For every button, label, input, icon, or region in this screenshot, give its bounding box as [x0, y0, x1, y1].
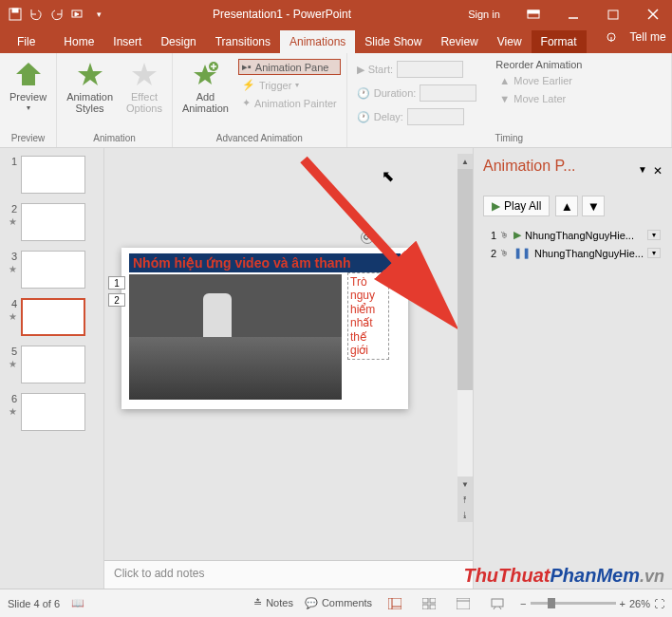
- slide-thumbnail[interactable]: 5★: [4, 346, 100, 383]
- item-dropdown-icon[interactable]: ▾: [647, 248, 661, 258]
- next-slide-icon[interactable]: ⭳: [457, 507, 473, 522]
- duration-field: 🕐Duration:: [353, 83, 481, 103]
- slide-thumbnail[interactable]: 4★: [4, 298, 100, 336]
- ribbon-display-icon[interactable]: [514, 1, 552, 28]
- slide-thumbnails[interactable]: 12★3★4★5★6★: [0, 148, 104, 589]
- clock-icon: 🕐: [357, 87, 370, 100]
- play-all-button[interactable]: ▶Play All: [483, 196, 550, 216]
- current-slide[interactable]: 1 2 Nhóm hiệu ứng video và âm thanh ⟳ Tr…: [121, 248, 408, 409]
- vertical-scrollbar[interactable]: ▲ ▼ ⭱ ⭳: [457, 154, 473, 522]
- zoom-in-icon[interactable]: +: [620, 598, 625, 609]
- group-preview: Preview: [6, 131, 50, 145]
- slide-thumbnail[interactable]: 6★: [4, 393, 100, 431]
- titlebar: ▾ Presentation1 - PowerPoint Sign in: [0, 0, 672, 28]
- move-down-button[interactable]: ▼: [582, 196, 605, 216]
- normal-view-icon[interactable]: [383, 595, 406, 612]
- play-icon: ▶: [492, 199, 500, 213]
- sequence-tag[interactable]: 2: [108, 293, 125, 307]
- animation-styles-button[interactable]: Animation Styles: [63, 59, 117, 114]
- start-field: ▶Start:: [353, 59, 481, 80]
- minimize-icon[interactable]: [554, 1, 592, 28]
- sorter-view-icon[interactable]: [418, 595, 440, 612]
- tab-slideshow[interactable]: Slide Show: [355, 30, 431, 53]
- add-animation-button[interactable]: Add Animation: [178, 59, 233, 114]
- svg-rect-30: [492, 599, 503, 607]
- video-placeholder[interactable]: [129, 274, 342, 400]
- delay-icon: 🕐: [357, 111, 370, 123]
- start-from-beginning-icon[interactable]: [68, 5, 87, 24]
- tab-home[interactable]: Home: [54, 30, 103, 53]
- animation-item[interactable]: 2 🖰 ❚❚ NhungThangNguyHie... ▾: [483, 244, 663, 262]
- move-earlier-button: ▲Move Earlier: [495, 73, 582, 88]
- slide-editor: 1 2 Nhóm hiệu ứng video và âm thanh ⟳ Tr…: [104, 148, 473, 589]
- prev-slide-icon[interactable]: ⭱: [457, 492, 473, 507]
- undo-icon[interactable]: [27, 5, 46, 24]
- animation-pane-button[interactable]: ▸▪Animation Pane: [238, 59, 341, 75]
- spellcheck-icon[interactable]: 📖: [71, 597, 84, 609]
- slideshow-view-icon[interactable]: [486, 595, 509, 612]
- item-dropdown-icon[interactable]: ▾: [647, 230, 661, 240]
- lightning-icon: ⚡: [242, 79, 255, 91]
- svg-rect-4: [528, 10, 539, 13]
- tell-me[interactable]: Tell me: [596, 21, 672, 53]
- scroll-up-icon[interactable]: ▲: [457, 154, 473, 169]
- fit-window-icon[interactable]: ⛶: [654, 598, 664, 609]
- pause-icon: ❚❚: [513, 247, 531, 259]
- comments-toggle[interactable]: 💬 Comments: [305, 597, 372, 609]
- svg-rect-27: [430, 605, 436, 609]
- slide-thumbnail[interactable]: 2★: [4, 203, 100, 241]
- redo-icon[interactable]: [47, 5, 66, 24]
- zoom-slider[interactable]: − + 26% ⛶: [520, 598, 664, 609]
- slide-title[interactable]: Nhóm hiệu ứng video và âm thanh: [129, 253, 401, 272]
- tab-animations[interactable]: Animations: [280, 30, 355, 53]
- rotation-handle[interactable]: ⟳: [361, 231, 374, 244]
- svg-marker-12: [16, 63, 41, 85]
- preview-icon: [13, 59, 44, 89]
- delay-field: 🕐Delay:: [353, 106, 481, 127]
- tab-review[interactable]: Review: [431, 30, 487, 53]
- tab-design[interactable]: Design: [151, 30, 205, 53]
- tab-file[interactable]: File: [8, 30, 45, 53]
- zoom-level[interactable]: 26%: [629, 598, 650, 609]
- move-later-button: ▼Move Later: [495, 91, 582, 106]
- svg-marker-13: [78, 63, 103, 85]
- scroll-down-icon[interactable]: ▼: [457, 477, 473, 492]
- group-animation: Animation: [63, 131, 166, 145]
- tab-transitions[interactable]: Transitions: [206, 30, 280, 53]
- watermark: ThuThuatPhanMem.vn: [463, 565, 664, 587]
- svg-rect-1: [12, 9, 18, 12]
- pane-close-icon[interactable]: ✕: [653, 164, 663, 178]
- signin-link[interactable]: Sign in: [456, 1, 513, 28]
- tab-view[interactable]: View: [488, 30, 532, 53]
- pane-icon: ▸▪: [242, 61, 252, 73]
- animation-painter-button: ✦Animation Painter: [238, 95, 341, 111]
- qat-more-icon[interactable]: ▾: [89, 5, 108, 24]
- svg-rect-21: [388, 598, 401, 609]
- star-icon: [75, 59, 105, 89]
- notes-toggle[interactable]: ≛ Notes: [253, 597, 293, 609]
- preview-button[interactable]: Preview▾: [6, 59, 50, 113]
- svg-rect-28: [457, 598, 470, 609]
- svg-rect-26: [422, 605, 428, 609]
- save-icon[interactable]: [6, 5, 25, 24]
- text-box[interactable]: Trò nguy hiểm nhất thế giới: [347, 272, 389, 360]
- pane-dropdown-icon[interactable]: ▼: [638, 164, 647, 178]
- svg-rect-25: [430, 598, 436, 603]
- effect-options-button: Effect Options: [122, 59, 166, 114]
- add-animation-icon: [190, 59, 220, 89]
- slide-counter[interactable]: Slide 4 of 6: [8, 598, 60, 609]
- slide-canvas[interactable]: 1 2 Nhóm hiệu ứng video và âm thanh ⟳ Tr…: [104, 148, 473, 560]
- ribbon-tabs: File Home Insert Design Transitions Anim…: [0, 28, 672, 53]
- tab-insert[interactable]: Insert: [103, 30, 151, 53]
- notes-pane[interactable]: Click to add notes: [104, 560, 473, 589]
- move-up-button[interactable]: ▲: [555, 196, 578, 216]
- slide-thumbnail[interactable]: 1: [4, 156, 100, 194]
- svg-rect-6: [608, 10, 618, 19]
- sequence-tag[interactable]: 1: [108, 276, 125, 290]
- tab-format[interactable]: Format: [532, 30, 587, 53]
- zoom-out-icon[interactable]: −: [520, 598, 526, 609]
- reading-view-icon[interactable]: [452, 595, 475, 612]
- window-title: Presentation1 - PowerPoint: [108, 8, 456, 21]
- slide-thumbnail[interactable]: 3★: [4, 251, 100, 289]
- animation-item[interactable]: 1 🖰 ▶ NhungThangNguyHie... ▾: [483, 226, 663, 244]
